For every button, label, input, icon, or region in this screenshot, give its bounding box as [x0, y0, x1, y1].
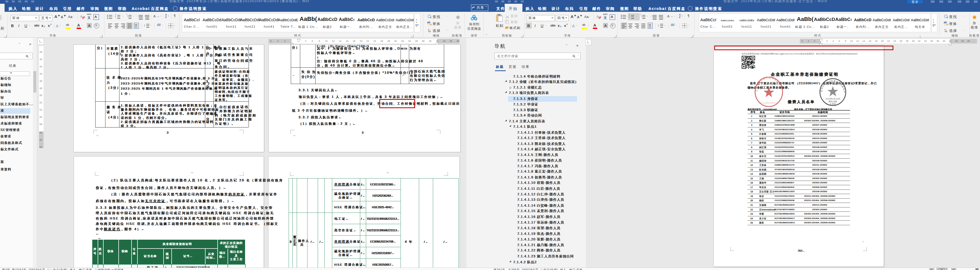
- svg-text:网办业务: 网办业务: [829, 100, 837, 103]
- svg-text:专用章: 专用章: [830, 103, 836, 106]
- svg-text:4211103000244177: 4211103000244177: [759, 102, 779, 104]
- svg-text:2025年6月10日: 2025年6月10日: [825, 98, 840, 100]
